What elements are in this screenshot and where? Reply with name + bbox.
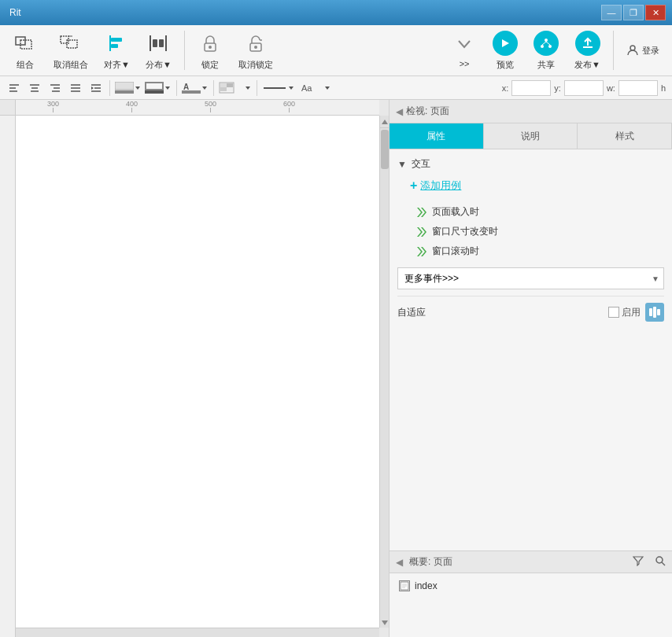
fill-color-button[interactable]	[114, 79, 142, 97]
y-input[interactable]	[564, 80, 604, 96]
filter-button[interactable]	[633, 555, 644, 569]
scroll-up-button[interactable]	[379, 116, 389, 128]
w-input[interactable]	[618, 80, 658, 96]
fill-color-arrow	[134, 84, 142, 92]
login-button[interactable]: 登录	[620, 29, 666, 72]
event-icon-1	[416, 226, 427, 237]
align-right-button[interactable]	[46, 79, 65, 97]
close-button[interactable]: ✕	[645, 5, 666, 20]
scrollbar-vertical[interactable]	[379, 128, 389, 628]
lock-button[interactable]: 锁定	[191, 29, 229, 72]
svg-marker-55	[417, 247, 423, 256]
x-input[interactable]	[511, 80, 551, 96]
scroll-down-button[interactable]	[379, 618, 389, 628]
svg-line-61	[662, 562, 665, 565]
align-center-icon	[28, 82, 41, 94]
minimize-button[interactable]: —	[601, 5, 622, 20]
enable-label: 启用	[622, 306, 641, 319]
event-icon-0	[416, 207, 427, 218]
canvas-content	[16, 116, 379, 628]
event-label-1: 窗口尺寸改变时	[432, 225, 498, 238]
adaptive-settings-button[interactable]	[645, 303, 664, 322]
ruler-tick-300: 300	[47, 100, 59, 112]
svg-marker-51	[417, 208, 423, 217]
enable-checkbox[interactable]	[608, 307, 619, 318]
event-icon-2	[416, 246, 427, 257]
search-button[interactable]	[655, 555, 666, 569]
more-button[interactable]: >>	[445, 29, 483, 72]
filter-icon	[633, 555, 644, 566]
svg-marker-53	[417, 227, 423, 237]
align-justify-button[interactable]	[66, 79, 85, 97]
window-controls: — ❐ ✕	[601, 5, 666, 20]
adaptive-controls: 启用	[608, 303, 664, 322]
svg-text:Aa: Aa	[301, 83, 312, 93]
text-indent-icon	[90, 82, 102, 94]
toolbar2-sep-1	[109, 80, 110, 96]
add-use-case-label: 添加用例	[420, 179, 461, 193]
text-style-button[interactable]: Aa	[297, 79, 332, 97]
distribute-button[interactable]: 分布▼	[139, 29, 178, 72]
add-use-case-button[interactable]: + 添加用例	[410, 179, 664, 193]
svg-rect-43	[182, 90, 201, 94]
align-center-button[interactable]	[25, 79, 44, 97]
share-label: 共享	[537, 59, 555, 71]
more-icon	[452, 32, 477, 56]
opacity-button[interactable]	[218, 79, 253, 97]
svg-point-60	[656, 557, 663, 563]
preview-icon	[493, 31, 518, 56]
bottom-panel-content: index	[390, 573, 672, 598]
event-item-0: 页面载入时	[397, 202, 664, 222]
group-button[interactable]: 组合	[6, 29, 44, 72]
svg-line-20	[542, 42, 546, 45]
line-style-button[interactable]	[261, 79, 296, 97]
svg-rect-39	[115, 90, 134, 94]
svg-point-19	[548, 45, 552, 48]
event-label-2: 窗口滚动时	[432, 245, 479, 258]
canvas-white[interactable]	[16, 116, 379, 628]
unlock-label: 取消锁定	[238, 59, 273, 71]
bottom-panel: ◀ 概要: 页面	[390, 550, 672, 637]
scrollbar-horizontal[interactable]	[16, 628, 379, 637]
svg-marker-16	[502, 39, 509, 47]
tab-style[interactable]: 样式	[578, 123, 672, 149]
share-button[interactable]: 共享	[527, 29, 565, 72]
h-label: h	[661, 83, 666, 93]
section-toggle[interactable]: ▼	[397, 159, 407, 170]
unlock-button[interactable]: 取消锁定	[232, 29, 279, 72]
tab-notes[interactable]: 说明	[484, 123, 578, 149]
user-icon	[626, 44, 639, 57]
more-events-dropdown[interactable]: 更多事件>>> ▼	[397, 267, 664, 289]
font-color-button[interactable]: A	[181, 79, 209, 97]
svg-rect-40	[146, 83, 163, 90]
publish-button[interactable]: 发布▼	[568, 29, 607, 72]
tab-properties[interactable]: 属性	[390, 123, 484, 149]
toolbar2-sep-3	[213, 80, 214, 96]
svg-point-18	[541, 45, 544, 48]
align-left-button[interactable]	[5, 79, 24, 97]
titlebar: Rit — ❐ ✕	[0, 0, 672, 25]
unlock-icon	[243, 31, 268, 56]
preview-button[interactable]: 预览	[486, 29, 524, 72]
border-color-button[interactable]	[144, 79, 172, 97]
ungroup-label: 取消组合	[54, 59, 88, 71]
align-label: 对齐▼	[104, 59, 130, 71]
enable-checkbox-container[interactable]: 启用	[608, 306, 641, 319]
toolbar2-sep-2	[176, 80, 177, 96]
lock-label: 锁定	[201, 59, 219, 71]
index-label: index	[415, 580, 438, 591]
publish-label: 发布▼	[574, 59, 600, 71]
svg-rect-11	[159, 39, 164, 47]
ungroup-button[interactable]: 取消组合	[47, 29, 94, 72]
ruler-tick-400: 400	[126, 100, 138, 112]
more-events-select[interactable]: 更多事件>>>	[397, 267, 664, 289]
panel-content: ▼ 交互 + 添加用例 页面载入时	[390, 149, 672, 550]
interaction-section-header: ▼ 交互	[397, 157, 664, 171]
svg-rect-10	[153, 39, 157, 47]
line-style-arrow	[287, 84, 295, 92]
maximize-button[interactable]: ❐	[623, 5, 644, 20]
align-button[interactable]: 对齐▼	[98, 29, 136, 72]
adaptive-settings-icon	[648, 306, 661, 318]
index-item[interactable]: index	[396, 578, 666, 594]
text-indent-button[interactable]	[87, 79, 105, 97]
